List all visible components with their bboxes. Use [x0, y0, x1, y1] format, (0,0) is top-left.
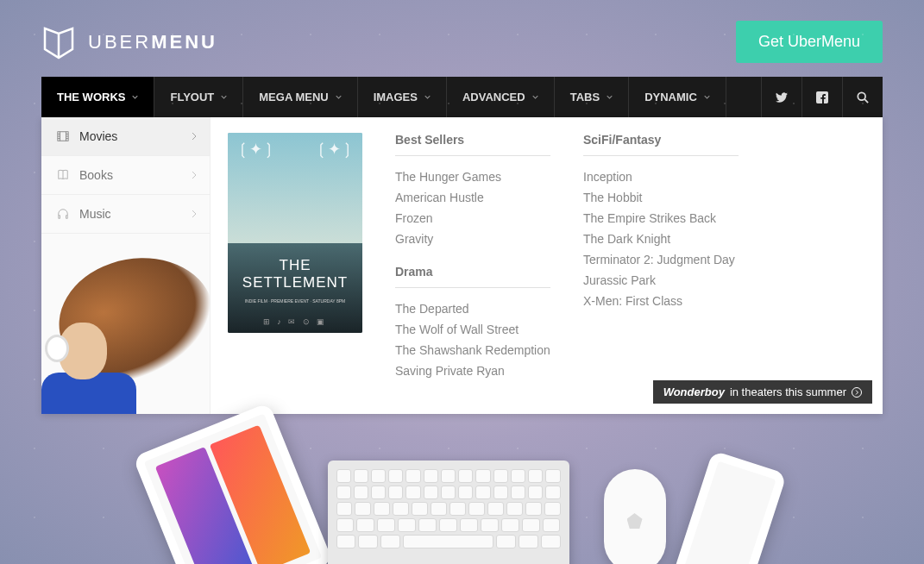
menu-link[interactable]: Gravity	[395, 229, 550, 249]
nav-label: ADVANCED	[462, 91, 525, 103]
menu-link[interactable]: X-Men: First Class	[583, 291, 739, 311]
nav-the-works[interactable]: THE WORKS	[41, 77, 154, 117]
chevron-right-icon	[191, 210, 198, 218]
film-icon	[57, 130, 69, 142]
caption-text: in theaters this summer	[730, 385, 846, 398]
caption-title: Wonderboy	[663, 385, 725, 398]
desk-scene	[0, 417, 924, 564]
nav-images[interactable]: IMAGES	[358, 77, 447, 117]
brand-name: UBERMENU	[88, 31, 217, 53]
brand-logo[interactable]: UBERMENU	[41, 25, 217, 60]
twitter-icon	[776, 91, 788, 103]
menu-link[interactable]: The Hunger Games	[395, 166, 550, 187]
arrow-right-circle-icon	[852, 387, 862, 398]
menu-link[interactable]: Saving Private Ryan	[395, 360, 550, 381]
search-button[interactable]	[842, 77, 883, 117]
main-navbar: THE WORKS FLYOUT MEGA MENU IMAGES ADVANC…	[41, 77, 883, 117]
poster-title: THE SETTLEMENT	[228, 257, 362, 291]
poster-social-icons: ⊞ ♪ ✉ ⊙ ▣	[228, 317, 362, 326]
chevron-down-icon	[704, 94, 710, 100]
menu-link[interactable]: Inception	[583, 166, 739, 187]
menu-link[interactable]: Jurassic Park	[583, 270, 739, 291]
nav-label: TABS	[570, 91, 600, 103]
nav-flyout[interactable]: FLYOUT	[154, 77, 243, 117]
ubermenu-logo-icon	[41, 25, 76, 60]
mega-content: ❲✦❳ ❲✦❳ THE SETTLEMENT INDIE FILM · PREM…	[211, 117, 883, 414]
chevron-right-icon	[191, 171, 198, 179]
sidebar-item-music[interactable]: Music	[41, 195, 210, 234]
menu-link[interactable]: Terminator 2: Judgment Day	[583, 249, 739, 270]
sidebar-item-label: Movies	[79, 129, 117, 143]
mega-menu-panel: Movies Books Music	[41, 117, 883, 414]
search-icon	[857, 91, 869, 103]
column-heading: SciFi/Fantasy	[583, 133, 739, 156]
keyboard-device	[328, 461, 569, 564]
menu-link[interactable]: The Hobbit	[583, 187, 739, 208]
nav-label: THE WORKS	[57, 91, 125, 103]
menu-link[interactable]: The Empire Strikes Back	[583, 208, 739, 229]
sidebar-item-label: Music	[79, 207, 111, 221]
svg-line-1	[864, 99, 868, 103]
menu-link[interactable]: Frozen	[395, 208, 550, 229]
twitter-button[interactable]	[761, 77, 801, 117]
tablet-device	[132, 403, 333, 564]
facebook-icon	[816, 91, 828, 103]
column-heading: Drama	[395, 265, 550, 288]
nav-label: MEGA MENU	[259, 91, 328, 103]
chevron-down-icon	[336, 94, 342, 100]
mega-sidebar: Movies Books Music	[41, 117, 211, 414]
column-right: SciFi/Fantasy Inception The Hobbit The E…	[583, 133, 739, 398]
get-ubermenu-button[interactable]: Get UberMenu	[736, 21, 883, 63]
svg-point-11	[852, 387, 862, 397]
facebook-button[interactable]	[801, 77, 842, 117]
sidebar-item-books[interactable]: Books	[41, 156, 210, 195]
chevron-down-icon	[424, 94, 431, 100]
chevron-down-icon	[132, 94, 138, 100]
laurel-icon: ❲✦❳	[315, 140, 354, 159]
mouse-device	[604, 469, 666, 564]
sidebar-item-movies[interactable]: Movies	[41, 117, 210, 156]
hero-caption[interactable]: Wonderboy in theaters this summer	[653, 380, 872, 404]
sidebar-hero-image	[24, 259, 205, 414]
page-header: UBERMENU Get UberMenu	[0, 0, 924, 77]
nav-label: FLYOUT	[170, 91, 214, 103]
nav-label: DYNAMIC	[644, 91, 697, 103]
nav-spacer	[726, 77, 761, 117]
column-heading: Best Sellers	[395, 133, 550, 156]
nav-label: IMAGES	[374, 91, 418, 103]
nav-dynamic[interactable]: DYNAMIC	[629, 77, 726, 117]
chevron-right-icon	[191, 132, 198, 141]
menu-link[interactable]: The Dark Knight	[583, 229, 739, 249]
chevron-down-icon	[532, 94, 538, 100]
laurel-icon: ❲✦❳	[236, 140, 275, 159]
sidebar-item-label: Books	[79, 168, 113, 182]
book-icon	[57, 169, 69, 181]
nav-advanced[interactable]: ADVANCED	[447, 77, 555, 117]
phone-device	[670, 450, 787, 564]
chevron-down-icon	[607, 94, 613, 100]
poster-subtitle: INDIE FILM · PREMIERE EVENT · SATURDAY 8…	[228, 298, 362, 304]
headphones-icon	[57, 208, 69, 220]
nav-mega-menu[interactable]: MEGA MENU	[243, 77, 357, 117]
chevron-down-icon	[221, 94, 227, 100]
column-left: Best Sellers The Hunger Games American H…	[395, 133, 550, 398]
menu-link[interactable]: The Wolf of Wall Street	[395, 319, 550, 340]
movie-poster[interactable]: ❲✦❳ ❲✦❳ THE SETTLEMENT INDIE FILM · PREM…	[228, 133, 362, 333]
menu-link[interactable]: The Shawshank Redemption	[395, 340, 550, 360]
svg-point-0	[858, 92, 865, 100]
nav-tabs[interactable]: TABS	[555, 77, 629, 117]
menu-link[interactable]: American Hustle	[395, 187, 550, 208]
menu-link[interactable]: The Departed	[395, 298, 550, 319]
